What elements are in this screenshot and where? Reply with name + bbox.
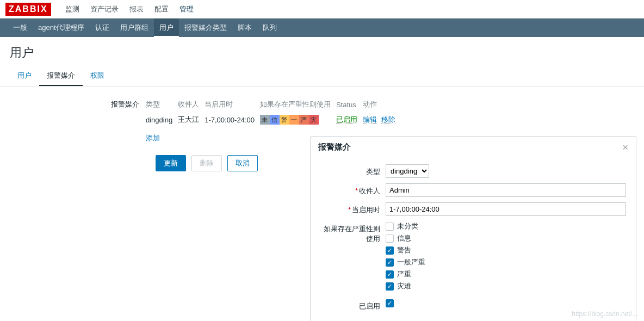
cell-severity: 未信警一严灾 bbox=[260, 113, 336, 128]
subnav-mediatypes[interactable]: 报警媒介类型 bbox=[179, 18, 232, 37]
subnav-proxies[interactable]: agent代理程序 bbox=[33, 18, 90, 37]
enabled-checkbox[interactable] bbox=[386, 299, 394, 307]
topnav-admin[interactable]: 管理 bbox=[174, 4, 199, 14]
col-sendto: 收件人 bbox=[178, 97, 205, 113]
sev-notclassified: 未 bbox=[260, 115, 270, 125]
subnav-general[interactable]: 一般 bbox=[8, 18, 33, 37]
severity-row: 警告 bbox=[386, 245, 626, 255]
remove-link[interactable]: 移除 bbox=[381, 115, 395, 124]
label-sendto: *收件人 bbox=[320, 183, 386, 196]
subnav-queue[interactable]: 队列 bbox=[257, 18, 282, 37]
media-modal: 报警媒介 × 类型 dingding *收件人 *当启用时 如果存在严重性则使用 bbox=[310, 136, 636, 321]
col-status: Status bbox=[336, 97, 363, 113]
label-when: *当启用时 bbox=[320, 202, 386, 215]
severity-checkbox-0[interactable] bbox=[386, 223, 394, 231]
label-enabled: 已启用 bbox=[320, 299, 386, 311]
label-severity: 如果存在严重性则使用 bbox=[320, 221, 386, 244]
subnav-scripts[interactable]: 脚本 bbox=[232, 18, 257, 37]
severity-checkbox-3[interactable] bbox=[386, 258, 394, 267]
cell-when: 1-7,00:00-24:00 bbox=[205, 113, 260, 128]
severity-checkbox-5[interactable] bbox=[386, 282, 394, 291]
col-when: 当启用时 bbox=[205, 97, 260, 113]
tab-user[interactable]: 用户 bbox=[10, 66, 39, 86]
cell-actions: 编辑 移除 bbox=[363, 113, 401, 128]
topnav-monitor[interactable]: 监测 bbox=[60, 4, 85, 14]
severity-label: 信息 bbox=[397, 233, 411, 243]
delete-button: 删除 bbox=[191, 155, 222, 171]
label-type: 类型 bbox=[320, 164, 386, 177]
add-media-link[interactable]: 添加 bbox=[146, 130, 160, 143]
sev-warn: 警 bbox=[280, 115, 289, 125]
modal-title: 报警媒介 bbox=[318, 142, 351, 152]
sev-high: 严 bbox=[299, 115, 309, 125]
severity-label: 未分类 bbox=[397, 221, 418, 231]
severity-checkbox-2[interactable] bbox=[386, 246, 394, 255]
severity-label: 严重 bbox=[397, 269, 411, 279]
severity-label: 灾难 bbox=[397, 281, 411, 291]
col-actions: 动作 bbox=[363, 97, 401, 113]
tab-media[interactable]: 报警媒介 bbox=[39, 66, 83, 86]
subnav-auth[interactable]: 认证 bbox=[90, 18, 115, 37]
sendto-input[interactable] bbox=[386, 183, 626, 197]
col-severity: 如果存在严重性则使用 bbox=[260, 97, 336, 113]
media-block-label: 报警媒介 bbox=[10, 97, 146, 109]
table-row: dingding 王大江 1-7,00:00-24:00 未信警一严灾 已启用 … bbox=[146, 113, 401, 128]
severity-row: 严重 bbox=[386, 269, 626, 279]
subnav-usergroups[interactable]: 用户群组 bbox=[115, 18, 154, 37]
subnav-users[interactable]: 用户 bbox=[154, 18, 179, 37]
cell-sendto: 王大江 bbox=[178, 113, 205, 128]
severity-row: 一般严重 bbox=[386, 257, 626, 267]
severity-row: 未分类 bbox=[386, 221, 626, 231]
sev-info: 信 bbox=[270, 115, 280, 125]
severity-checkbox-4[interactable] bbox=[386, 270, 394, 279]
cell-status[interactable]: 已启用 bbox=[336, 113, 363, 128]
severity-label: 一般严重 bbox=[397, 257, 425, 267]
sev-average: 一 bbox=[289, 115, 299, 125]
topnav-reports[interactable]: 报表 bbox=[124, 4, 149, 14]
close-icon[interactable]: × bbox=[622, 143, 628, 152]
col-type: 类型 bbox=[146, 97, 178, 113]
topnav-inventory[interactable]: 资产记录 bbox=[85, 4, 124, 14]
topnav-config[interactable]: 配置 bbox=[149, 4, 174, 14]
severity-label: 警告 bbox=[397, 245, 411, 255]
tab-perms[interactable]: 权限 bbox=[83, 66, 112, 86]
logo: ZABBIX bbox=[5, 3, 51, 16]
sev-disaster: 灾 bbox=[309, 115, 319, 125]
severity-row: 灾难 bbox=[386, 281, 626, 291]
type-select[interactable]: dingding bbox=[386, 164, 429, 178]
cell-type: dingding bbox=[146, 113, 178, 128]
cancel-button[interactable]: 取消 bbox=[227, 155, 258, 171]
severity-row: 信息 bbox=[386, 233, 626, 243]
edit-link[interactable]: 编辑 bbox=[363, 115, 377, 124]
severity-checkbox-1[interactable] bbox=[386, 234, 394, 243]
update-button[interactable]: 更新 bbox=[156, 155, 186, 171]
when-input[interactable] bbox=[386, 202, 626, 216]
page-title: 用户 bbox=[0, 37, 644, 66]
